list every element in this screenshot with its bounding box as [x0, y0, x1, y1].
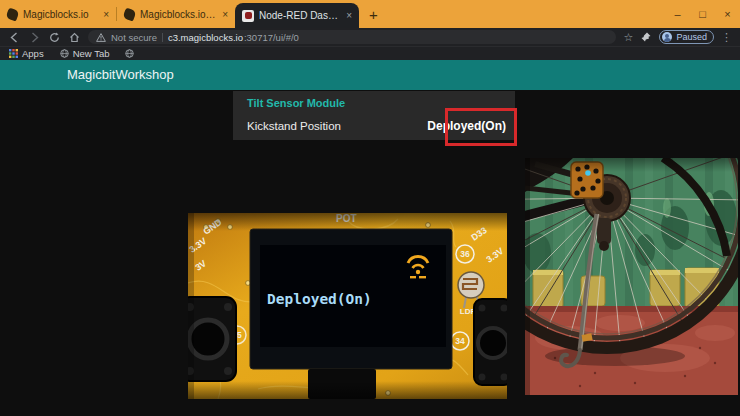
svg-text:34: 34 [455, 336, 465, 346]
maximize-button[interactable]: □ [690, 0, 715, 28]
globe-icon [60, 49, 69, 58]
browser-menu-icon[interactable]: ⋮ [721, 31, 732, 44]
magicbit-board-photo: GND 3.3V 3V POT D33 3.3V 36 LDR 34 35 [188, 213, 507, 399]
tab-title: Magicblocks.io :: c3.magicblock [140, 9, 217, 20]
photo-vignette [188, 213, 194, 399]
reload-icon[interactable] [48, 31, 60, 43]
omnibox-divider [162, 33, 163, 42]
bookmark-new-tab[interactable]: New Tab [60, 48, 110, 59]
back-icon[interactable] [8, 31, 20, 43]
bookmark-unnamed[interactable] [125, 49, 134, 58]
bicycle-kickstand-photo [525, 158, 738, 395]
bookmark-label: Apps [22, 48, 44, 59]
bookmark-label: New Tab [73, 48, 110, 59]
apps-grid-icon [9, 49, 18, 58]
tab-close-icon[interactable]: × [222, 9, 228, 20]
tab-node-red-dashboard[interactable]: Node-RED Dashboard × [235, 3, 359, 28]
magicblocks-favicon-icon [5, 7, 19, 21]
window-controls: – □ × [665, 0, 740, 28]
tab-title: Node-RED Dashboard [259, 10, 341, 21]
photo-vignette [188, 381, 507, 399]
profile-paused-label: Paused [676, 32, 707, 42]
minimize-button[interactable]: – [665, 0, 690, 28]
browser-window: Magicblocks.io × Magicblocks.io :: c3.ma… [0, 0, 740, 416]
close-window-button[interactable]: × [715, 0, 740, 28]
home-icon[interactable] [68, 31, 80, 43]
not-secure-warning-icon[interactable] [96, 33, 106, 42]
magicblocks-favicon-icon [122, 7, 136, 21]
bookmarks-bar: Apps New Tab [0, 46, 740, 60]
bookmark-star-icon[interactable]: ☆ [624, 32, 634, 43]
node-red-favicon-icon [242, 10, 254, 22]
tab-close-icon[interactable]: × [103, 9, 109, 20]
tab-magicblocks[interactable]: Magicblocks.io × [0, 0, 116, 28]
profile-badge[interactable]: Paused [659, 30, 714, 44]
left-push-button [188, 297, 236, 381]
avatar [662, 32, 672, 42]
bookmark-apps[interactable]: Apps [9, 48, 44, 59]
svg-text:36: 36 [460, 249, 470, 259]
url-host: c3.magicblocks.io [168, 32, 243, 43]
dashboard-header: MagicbitWorkshop [0, 60, 740, 90]
tab-magicblocks-c3[interactable]: Magicblocks.io :: c3.magicblock × [117, 0, 235, 28]
security-label: Not secure [111, 32, 157, 43]
photo-vignette [525, 158, 530, 395]
page-title: MagicbitWorkshop [67, 60, 174, 90]
new-tab-button[interactable]: + [369, 6, 378, 23]
globe-icon [125, 49, 134, 58]
photo-vignette [188, 213, 507, 231]
metric-label: Kickstand Position [247, 120, 341, 132]
annotation-highlight-box [445, 108, 517, 146]
photo-vignette [525, 158, 738, 172]
tab-title: Magicblocks.io [23, 9, 89, 20]
address-bar[interactable]: Not secure c3.magicblocks.io :30717/ui/#… [88, 30, 616, 44]
tab-strip: Magicblocks.io × Magicblocks.io :: c3.ma… [0, 0, 740, 28]
url-path: :30717/ui/#/0 [244, 32, 299, 43]
group-title: Tilt Sensor Module [247, 97, 345, 109]
oled-text: Deployed(On) [267, 291, 372, 307]
tab-close-icon[interactable]: × [346, 10, 352, 21]
toolbar-right-cluster: ☆ Paused ⋮ [624, 30, 732, 44]
right-push-button [474, 299, 507, 385]
forward-icon[interactable] [28, 31, 40, 43]
browser-toolbar: Not secure c3.magicblocks.io :30717/ui/#… [0, 28, 740, 46]
extension-pin-icon[interactable] [640, 31, 652, 43]
